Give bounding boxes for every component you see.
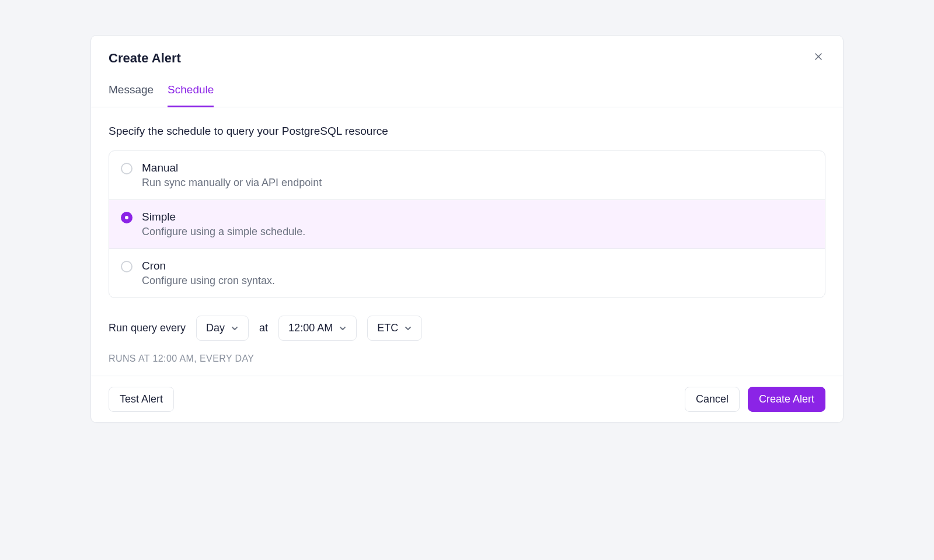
- option-text: Simple Configure using a simple schedule…: [142, 211, 813, 238]
- simple-schedule-row: Run query every Day at 12:00 AM ETC: [109, 316, 825, 341]
- time-dropdown[interactable]: 12:00 AM: [278, 316, 357, 341]
- schedule-summary: RUNS AT 12:00 AM, EVERY DAY: [109, 354, 825, 364]
- close-icon: [814, 52, 823, 64]
- modal-header: Create Alert Message Schedule: [91, 36, 843, 107]
- option-text: Manual Run sync manually or via API endp…: [142, 162, 813, 189]
- interval-dropdown[interactable]: Day: [196, 316, 249, 341]
- timezone-dropdown[interactable]: ETC: [367, 316, 422, 341]
- at-label: at: [259, 322, 268, 334]
- timezone-value: ETC: [377, 322, 398, 334]
- option-desc: Configure using cron syntax.: [142, 275, 813, 287]
- time-value: 12:00 AM: [288, 322, 333, 334]
- radio-icon: [121, 163, 133, 174]
- schedule-option-manual[interactable]: Manual Run sync manually or via API endp…: [109, 151, 825, 200]
- modal-footer: Test Alert Cancel Create Alert: [91, 376, 843, 422]
- chevron-down-icon: [231, 324, 239, 332]
- option-title: Manual: [142, 162, 813, 174]
- schedule-type-list: Manual Run sync manually or via API endp…: [109, 150, 825, 298]
- option-title: Simple: [142, 211, 813, 223]
- radio-icon: [121, 212, 133, 223]
- tab-schedule[interactable]: Schedule: [168, 76, 214, 107]
- modal-title: Create Alert: [109, 51, 825, 66]
- option-text: Cron Configure using cron syntax.: [142, 260, 813, 287]
- run-query-label: Run query every: [109, 322, 186, 334]
- tab-bar: Message Schedule: [91, 76, 843, 107]
- cancel-button[interactable]: Cancel: [685, 387, 740, 412]
- option-title: Cron: [142, 260, 813, 272]
- radio-icon: [121, 261, 133, 272]
- schedule-instruction: Specify the schedule to query your Postg…: [109, 125, 825, 138]
- option-desc: Configure using a simple schedule.: [142, 226, 813, 238]
- create-alert-modal: Create Alert Message Schedule Specify th…: [90, 35, 844, 423]
- test-alert-button[interactable]: Test Alert: [109, 387, 174, 412]
- footer-right-group: Cancel Create Alert: [685, 387, 825, 412]
- close-button[interactable]: [811, 51, 825, 65]
- tab-message[interactable]: Message: [109, 76, 154, 107]
- schedule-option-cron[interactable]: Cron Configure using cron syntax.: [109, 249, 825, 298]
- schedule-option-simple[interactable]: Simple Configure using a simple schedule…: [109, 200, 825, 249]
- option-desc: Run sync manually or via API endpoint: [142, 177, 813, 189]
- create-alert-button[interactable]: Create Alert: [748, 387, 825, 412]
- chevron-down-icon: [339, 324, 347, 332]
- chevron-down-icon: [404, 324, 412, 332]
- modal-body: Specify the schedule to query your Postg…: [91, 107, 843, 376]
- interval-value: Day: [206, 322, 225, 334]
